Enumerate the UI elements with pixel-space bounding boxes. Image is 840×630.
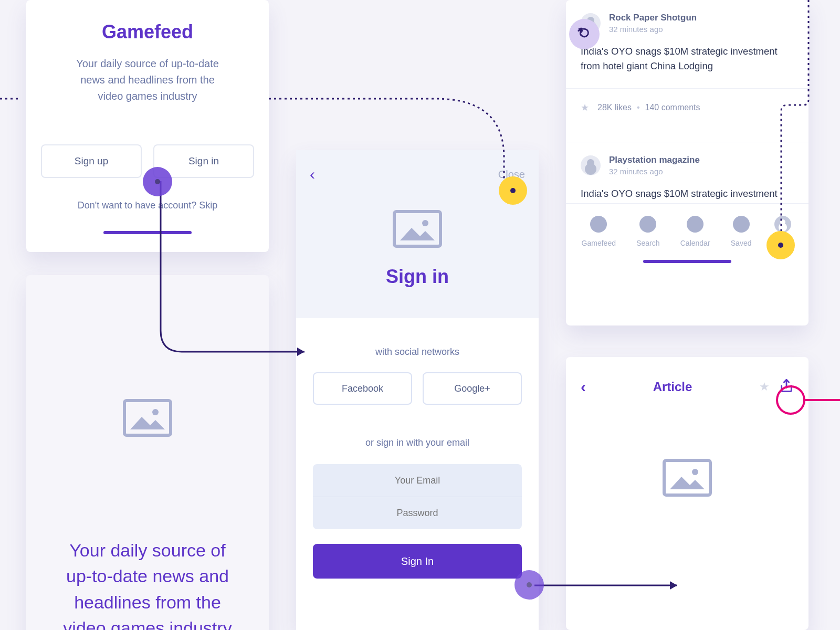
app-subtitle: Your daily source of up-to-date news and…: [26, 56, 269, 104]
flow-anchor-icon: [143, 167, 172, 196]
submit-sign-in-button[interactable]: Sign In: [313, 544, 522, 579]
email-input[interactable]: [313, 464, 522, 497]
svg-point-1: [152, 409, 159, 415]
svg-rect-2: [394, 212, 440, 246]
sign-up-button[interactable]: Sign up: [41, 144, 142, 178]
feed-screen: Rock Paper Shotgun 32 minutes ago India'…: [566, 0, 808, 326]
sign-in-screen: ‹ Close Sign in with social networks Fac…: [296, 150, 539, 630]
sign-in-title: Sign in: [310, 266, 525, 318]
likes-count: 28K likes: [597, 103, 632, 112]
feed-source: Rock Paper Shotgun: [609, 13, 697, 23]
tab-search[interactable]: Search: [636, 216, 659, 247]
tab-gamefeed[interactable]: Gamefeed: [582, 216, 616, 247]
google-button[interactable]: Google+: [423, 372, 522, 405]
home-indicator: [643, 260, 731, 263]
feed-headline: India's OYO snags $10M strategic investm…: [581, 44, 794, 88]
svg-rect-0: [124, 401, 171, 435]
feed-time: 32 minutes ago: [609, 167, 700, 176]
image-placeholder-icon: [393, 210, 442, 248]
skip-link[interactable]: Don't want to have account? Skip: [26, 200, 269, 211]
tab-calendar[interactable]: Calendar: [680, 216, 710, 247]
onboarding-slogan: Your daily source of up-to-date news and…: [26, 538, 269, 630]
password-input[interactable]: [313, 497, 522, 529]
image-placeholder-icon: [123, 399, 172, 437]
back-chevron-icon[interactable]: ‹: [310, 165, 315, 183]
tab-saved[interactable]: Saved: [731, 216, 752, 247]
upload-badge-icon: [569, 19, 600, 49]
home-indicator: [103, 231, 192, 234]
comments-count: 140 comments: [645, 103, 700, 112]
highlight-ring-icon: [776, 385, 805, 415]
svg-rect-5: [664, 460, 710, 495]
feed-headline: India's OYO snags $10M strategic investm…: [581, 186, 794, 203]
onboarding-screen: Your daily source of up-to-date news and…: [26, 275, 269, 630]
facebook-button[interactable]: Facebook: [313, 372, 412, 405]
social-label: with social networks: [313, 346, 522, 358]
article-screen: ‹ Article ★: [566, 357, 808, 630]
svg-point-6: [692, 469, 698, 475]
flow-target-icon: [766, 231, 795, 259]
back-chevron-icon[interactable]: ‹: [581, 378, 586, 396]
feed-item[interactable]: Rock Paper Shotgun 32 minutes ago India'…: [566, 0, 808, 89]
image-placeholder-icon: [663, 459, 712, 497]
flow-target-icon: [499, 176, 527, 205]
feed-meta: ★ 28K likes • 140 comments: [566, 89, 808, 126]
flow-anchor-icon: [514, 570, 544, 600]
or-label: or sign in with your email: [313, 437, 522, 448]
favorite-star-icon[interactable]: ★: [759, 380, 770, 394]
article-title: Article: [653, 380, 692, 394]
svg-point-3: [422, 220, 428, 226]
welcome-screen: Gamefeed Your daily source of up-to-date…: [26, 0, 269, 252]
feed-source: Playstation magazine: [609, 155, 700, 165]
feed-time: 32 minutes ago: [609, 25, 697, 34]
feed-item[interactable]: Playstation magazine 32 minutes ago Indi…: [566, 142, 808, 204]
star-icon[interactable]: ★: [581, 102, 589, 113]
app-title: Gamefeed: [26, 21, 269, 43]
avatar-icon: [581, 155, 601, 175]
